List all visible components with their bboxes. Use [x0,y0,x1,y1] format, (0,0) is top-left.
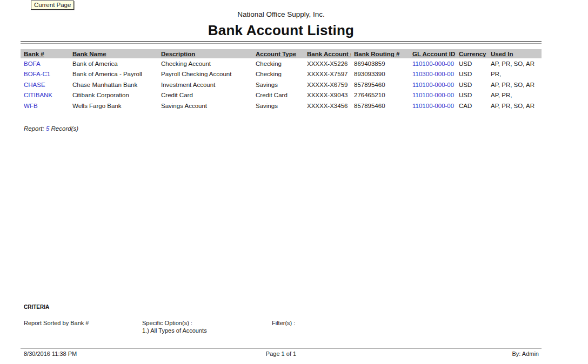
cell-bank-account-no: XXXXX-X3456 [304,100,351,111]
cell-bank-name: Citibank Corporation [69,90,158,101]
criteria-filters-label: Filter(s) : [272,320,295,326]
cell-account-type: Checking [252,58,304,69]
bank-no-link[interactable]: CITIBANK [24,92,52,98]
specific-options-value: 1.) All Types of Accounts [142,327,207,335]
col-header-currency: Currency [456,49,487,58]
cell-bank-no: BOFA-C1 [21,69,69,80]
cell-gl-account-id: 110100-000-00 [409,90,456,101]
cell-description: Payroll Checking Account [158,69,252,80]
bank-account-table: Bank # Bank Name Description Account Typ… [21,49,542,111]
cell-bank-name: Bank of America - Payroll [69,69,158,80]
cell-bank-no: WFB [21,100,69,111]
cell-bank-routing-no: 857895460 [351,100,409,111]
title-divider [21,41,542,44]
cell-currency: USD [456,79,487,90]
report-page: Current Page National Office Supply, Inc… [0,0,588,364]
cell-bank-account-no: XXXXX-X7597 [304,69,351,80]
cell-bank-account-no: XXXXX-X6759 [304,79,351,90]
cell-bank-routing-no: 869403859 [351,58,409,69]
bank-no-link[interactable]: WFB [24,103,38,109]
footer-divider [21,348,542,349]
cell-bank-name: Wells Fargo Bank [69,100,158,111]
cell-currency: USD [456,58,487,69]
cell-used-in: AP, PR, SO, AR [487,100,542,111]
bank-no-link[interactable]: BOFA-C1 [24,71,50,77]
current-page-button[interactable]: Current Page [31,1,74,10]
page-title: Bank Account Listing [21,22,542,39]
cell-currency: USD [456,90,487,101]
col-header-description: Description [158,49,252,58]
cell-description: Savings Account [158,100,252,111]
gl-account-id-link[interactable]: 110100-000-00 [412,82,454,88]
col-header-account-type: Account Type [252,49,304,58]
company-name: National Office Supply, Inc. [21,10,542,18]
table-header-row: Bank # Bank Name Description Account Typ… [21,49,542,58]
table-row: CITIBANK Citibank Corporation Credit Car… [21,90,542,101]
cell-gl-account-id: 110300-000-00 [409,69,456,80]
bank-no-link[interactable]: BOFA [24,60,41,67]
cell-description: Investment Account [158,79,252,90]
cell-bank-name: Chase Manhattan Bank [69,79,158,90]
table-row: CHASE Chase Manhattan Bank Investment Ac… [21,79,542,90]
col-header-gl-account-id: GL Account ID [409,49,456,58]
cell-currency: USD [456,69,487,80]
cell-account-type: Savings [252,79,304,90]
col-header-used-in: Used In [487,49,542,58]
cell-bank-no: CHASE [21,79,69,90]
cell-account-type: Savings [252,100,304,111]
table-row: BOFA-C1 Bank of America - Payroll Payrol… [21,69,542,80]
footer-generated-by: By: Admin [512,350,539,357]
cell-currency: CAD [456,100,487,111]
col-header-bank-no: Bank # [21,49,69,58]
gl-account-id-link[interactable]: 110100-000-00 [412,103,454,109]
record-count-suffix: Record(s) [51,125,78,132]
cell-account-type: Credit Card [252,90,304,101]
cell-bank-account-no: XXXXX-X9043 [304,90,351,101]
criteria-heading: CRITERIA [24,304,49,310]
gl-account-id-link[interactable]: 110100-000-00 [412,92,454,98]
cell-used-in: AP, PR, [487,90,542,101]
cell-gl-account-id: 110100-000-00 [409,100,456,111]
cell-used-in: PR, [487,69,542,80]
record-count-value: 5 [46,125,49,132]
col-header-bank-name: Bank Name [69,49,158,58]
col-header-bank-account-no: Bank Account # [304,49,351,58]
cell-bank-no: BOFA [21,58,69,69]
footer-page-number: Page 1 of 1 [21,350,542,357]
cell-bank-routing-no: 276465210 [351,90,409,101]
gl-account-id-link[interactable]: 110100-000-00 [412,60,454,67]
bank-no-link[interactable]: CHASE [24,82,45,88]
cell-description: Checking Account [158,58,252,69]
table-row: BOFA Bank of America Checking Account Ch… [21,58,542,69]
col-header-bank-routing-no: Bank Routing # [351,49,409,58]
criteria-sorted-by: Report Sorted by Bank # [24,320,89,326]
record-count-label: Report: [24,125,44,132]
cell-bank-name: Bank of America [69,58,158,69]
record-count-summary: Report: 5 Record(s) [24,125,78,132]
cell-bank-routing-no: 857895460 [351,79,409,90]
table-row: WFB Wells Fargo Bank Savings Account Sav… [21,100,542,111]
cell-bank-routing-no: 893093390 [351,69,409,80]
cell-used-in: AP, PR, SO, AR [487,58,542,69]
gl-account-id-link[interactable]: 110300-000-00 [412,71,454,77]
cell-used-in: AP, PR, SO, AR [487,79,542,90]
cell-account-type: Checking [252,69,304,80]
cell-bank-no: CITIBANK [21,90,69,101]
cell-description: Credit Card [158,90,252,101]
cell-gl-account-id: 110100-000-00 [409,79,456,90]
cell-gl-account-id: 110100-000-00 [409,58,456,69]
criteria-specific-options: Specific Option(s) : 1.) All Types of Ac… [142,320,207,334]
specific-options-label: Specific Option(s) : [142,320,207,327]
cell-bank-account-no: XXXXX-X5226 [304,58,351,69]
bank-account-table-container: Bank # Bank Name Description Account Typ… [21,49,542,111]
